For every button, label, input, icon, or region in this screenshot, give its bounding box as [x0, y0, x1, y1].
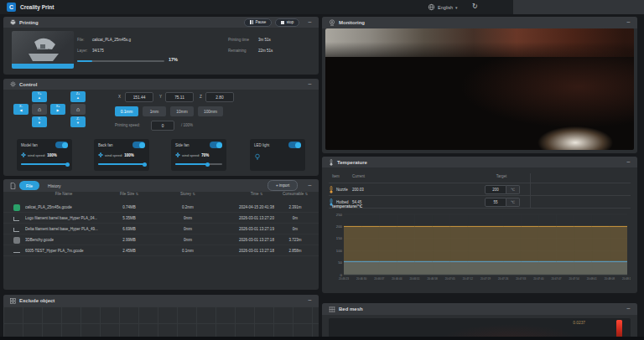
jog-z-minus-button[interactable]: Z- ▼	[70, 116, 86, 127]
jog-z-plus-button[interactable]: Z+ ▲	[70, 91, 86, 102]
side-fan-toggle[interactable]	[210, 142, 222, 148]
stop-button[interactable]: stop	[275, 18, 299, 27]
back-fan-toggle[interactable]	[132, 142, 145, 148]
tab-history[interactable]: History	[48, 183, 61, 188]
column-current: Current	[352, 174, 365, 178]
side-fan-card: Side fan wind speed: 70%	[171, 139, 226, 171]
table-row[interactable]: Delta filament barrel base_Hyper PLA_49.…	[3, 224, 319, 234]
jog-x-plus-button[interactable]: X+ ▶	[50, 104, 65, 115]
home-icon: ⌂	[76, 106, 80, 112]
slider-fill	[98, 163, 145, 165]
jog-x-minus-button[interactable]: X- ◀	[13, 104, 29, 115]
files-panel: File History + import − File Name File S…	[3, 179, 319, 290]
collapse-button[interactable]: −	[308, 81, 312, 88]
table-row[interactable]: calicat_PLA_25m45s.gcode 0.74MB 0.2mm 20…	[3, 202, 319, 213]
step-1mm-button[interactable]: 1mm	[143, 106, 166, 116]
divider	[329, 208, 631, 209]
home-z-button[interactable]: ⌂	[70, 104, 86, 115]
step-0.1mm-button[interactable]: 0.1mm	[115, 106, 138, 116]
column-file-size[interactable]: File Size⇅	[104, 192, 154, 196]
tab-file[interactable]: File	[19, 181, 39, 190]
pause-button[interactable]: Pause	[244, 18, 272, 27]
table-row[interactable]: 3DBenchy.gcode 2.99MB 0mm 2026-03-01 13:…	[3, 234, 319, 245]
hotbed-target-input[interactable]: 55	[485, 198, 506, 207]
home-xy-button[interactable]: ⌂	[32, 104, 47, 115]
refresh-button[interactable]: ↻	[472, 3, 478, 10]
app-title: Creality Print	[20, 4, 54, 10]
jog-y-minus-button[interactable]: Y- ▼	[32, 116, 47, 127]
panel-title: Control	[19, 82, 37, 87]
panel-title: Exclude object	[19, 298, 55, 303]
thumbnail-progress-strip	[12, 64, 74, 69]
slider-knob[interactable]	[65, 162, 70, 167]
z-axis-label: Z	[200, 95, 202, 99]
bed-mesh-max-value: 0.0237	[573, 321, 585, 325]
collapse-button[interactable]: −	[626, 19, 631, 26]
column-storey[interactable]: Storey⇅	[167, 192, 209, 196]
collapse-button[interactable]: −	[308, 183, 312, 189]
fan-icon	[98, 152, 103, 157]
sort-icon[interactable]: ⇅	[136, 192, 138, 196]
hotbed-unit: ℃	[506, 198, 520, 207]
x-position-field[interactable]: 151.44	[125, 92, 153, 102]
table-row[interactable]: 6005-TEST_Hyper PLA_7m.gcode 2.45MB 0.1m…	[3, 245, 319, 256]
svg-text:20:47:05: 20:47:05	[445, 277, 455, 281]
file-name: Delta filament barrel base_Hyper PLA_49.…	[25, 227, 98, 231]
creality-logo: C	[7, 3, 16, 12]
back-fan-slider[interactable]	[98, 163, 145, 165]
z-position-field[interactable]: 2.80	[205, 92, 234, 102]
printing-speed-input[interactable]: 0	[151, 121, 174, 131]
language-selector[interactable]: English ▾	[428, 3, 458, 11]
column-file-name[interactable]: File Name	[25, 192, 102, 196]
chevron-down-icon: ▾	[455, 5, 458, 10]
jog-y-plus-button[interactable]: Y+ ▲	[32, 91, 47, 102]
svg-text:20:48:01: 20:48:01	[587, 277, 597, 281]
file-consumable: 0m	[273, 216, 317, 220]
table-row[interactable]: Logo filament barrel base_Hyper PLA_04..…	[3, 213, 319, 224]
y-position-field[interactable]: 75.11	[165, 92, 194, 102]
led-light-toggle[interactable]	[288, 142, 301, 148]
collapse-button[interactable]: −	[308, 19, 312, 26]
exclude-object-icon	[10, 298, 16, 304]
svg-text:20:48:08: 20:48:08	[605, 277, 615, 281]
arrow-left-icon: ◀	[20, 110, 23, 113]
import-button[interactable]: + import	[267, 180, 298, 191]
sort-icon[interactable]: ⇅	[305, 192, 308, 196]
sort-icon[interactable]: ⇅	[193, 192, 195, 196]
model-fan-slider[interactable]	[21, 163, 68, 165]
build-plate-grid[interactable]	[3, 307, 319, 340]
printing-time-label: Printing time	[228, 38, 249, 42]
file-size: 0.74MB	[104, 205, 154, 209]
pause-icon	[250, 20, 253, 24]
wind-speed-value: 70%	[201, 153, 209, 157]
svg-text:20:47:47: 20:47:47	[551, 277, 561, 281]
chart-title: temperature/℃	[332, 203, 362, 209]
step-100mm-button[interactable]: 100mm	[198, 106, 223, 116]
model-fan-card: Model fan wind speed: 100%	[17, 139, 72, 171]
fan-name: Side fan	[175, 143, 190, 147]
collapse-button[interactable]: −	[626, 306, 631, 312]
column-consumable[interactable]: Consumable⇅	[273, 192, 317, 196]
svg-text:250: 250	[336, 213, 343, 217]
language-label: English	[438, 5, 453, 10]
layer-value: 34/175	[92, 49, 104, 53]
slider-knob[interactable]	[205, 162, 210, 167]
temperature-panel: Temperature − Item Current Target Nozzle…	[322, 157, 637, 293]
collapse-button[interactable]: −	[626, 159, 631, 166]
x-axis-label: X	[118, 95, 121, 99]
slider-knob[interactable]	[143, 162, 147, 167]
remaining-value: 22m 51s	[258, 49, 273, 53]
step-10mm-button[interactable]: 10mm	[170, 106, 194, 116]
model-fan-toggle[interactable]	[55, 142, 68, 148]
nozzle-target-input[interactable]: 200	[485, 185, 506, 194]
print-progress-percent: 17%	[169, 57, 178, 62]
svg-text:20:46:37: 20:46:37	[374, 277, 384, 281]
column-item: Item	[332, 174, 340, 178]
stop-label: stop	[287, 20, 294, 24]
control-panel-header: Control −	[3, 79, 319, 90]
file-consumable: 3.723m	[273, 238, 317, 242]
sort-icon[interactable]: ⇅	[260, 192, 262, 196]
svg-text:20:46:44: 20:46:44	[392, 277, 402, 281]
collapse-button[interactable]: −	[308, 297, 312, 304]
side-fan-slider[interactable]	[175, 163, 222, 165]
